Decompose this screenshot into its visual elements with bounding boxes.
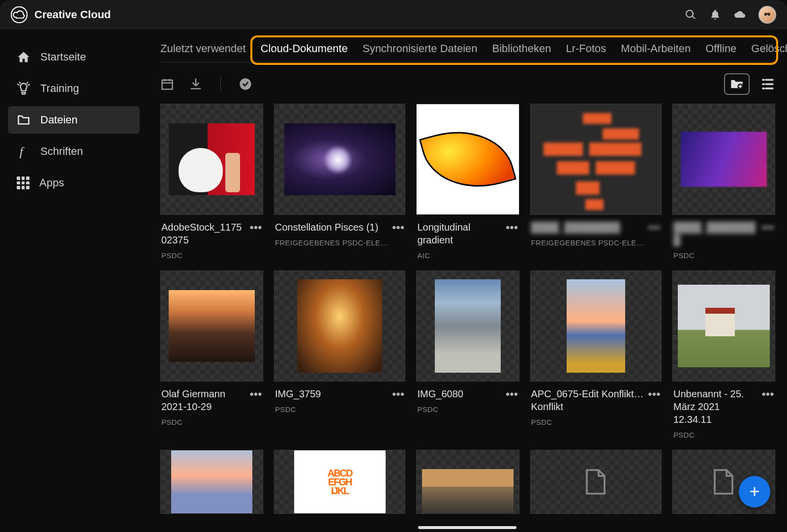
calendar-icon[interactable] [160,77,174,91]
file-title: Unbenannt - 25. März 2021 12.34.11 [673,387,757,426]
files-grid: AdobeStock_117502375 PSDC ••• Constellat… [160,104,775,514]
sidebar-item-schriften[interactable]: f Schriften [8,138,140,165]
tab-lr-fotos[interactable]: Lr-Fotos [566,38,606,62]
file-thumbnail[interactable] [416,104,519,215]
avatar[interactable] [758,6,776,24]
file-type: FREIGEGEBENES PSDC-ELE… [275,238,388,247]
sidebar-item-apps[interactable]: Apps [8,169,140,197]
search-icon[interactable] [685,9,696,21]
more-button[interactable]: ••• [506,387,518,414]
file-thumbnail[interactable] [416,270,519,382]
more-button[interactable]: ••• [506,221,518,260]
file-card[interactable]: APC_0675-Edit Konflikt…Konflikt PSDC ••• [530,270,662,439]
file-thumbnail[interactable] [274,104,405,215]
file-type: PSDC [161,418,245,426]
apps-grid-icon [17,177,30,189]
file-thumbnail[interactable] [160,450,263,514]
file-type: PSDC [161,251,245,260]
file-title: APC_0675-Edit Konflikt…Konflikt [531,387,644,413]
file-card[interactable] [416,450,519,514]
file-type: AIC [417,251,501,260]
tab-offline[interactable]: Offline [705,38,736,62]
svg-text:f: f [20,145,25,158]
file-title: ████_████████ [531,221,644,234]
toolbar [160,62,775,104]
file-title: IMG_3759 [275,387,388,400]
file-type: FREIGEGEBENES PSDC-ELE… [531,238,644,247]
file-thumbnail[interactable] [672,104,775,215]
file-card[interactable] [530,450,662,514]
file-thumbnail[interactable] [530,104,662,215]
sidebar-item-training[interactable]: Training [8,75,140,102]
file-card[interactable]: AdobeStock_117502375 PSDC ••• [160,104,263,260]
file-card[interactable]: Longitudinal gradient AIC ••• [416,104,519,260]
file-card[interactable]: Constellation Pisces (1) FREIGEGEBENES P… [274,104,405,260]
cloud-icon[interactable] [734,9,746,21]
tab-mobil-arbeiten[interactable]: Mobil-Arbeiten [621,38,691,62]
app-header: Creative Cloud [0,0,787,30]
more-button[interactable]: ••• [392,387,404,414]
file-card[interactable]: ABCDEFGHIJKL [274,450,405,514]
sidebar-item-label: Schriften [40,145,83,158]
tabs-row: Zuletzt verwendet Cloud-Dokumente Synchr… [160,38,775,62]
more-button[interactable]: ••• [392,221,404,247]
file-card[interactable]: IMG_6080 PSDC ••• [416,270,519,439]
tab-synchronisierte-dateien[interactable]: Synchronisierte Dateien [363,38,478,62]
file-thumbnail[interactable] [530,450,662,514]
font-icon: f [17,145,30,158]
sidebar-item-startseite[interactable]: Startseite [8,43,140,71]
more-button[interactable]: ••• [648,221,661,247]
folder-icon [17,113,30,127]
sidebar-item-label: Training [40,82,79,95]
file-title: IMG_6080 [417,387,501,400]
tab-geloescht[interactable]: Gelöscht [751,38,787,62]
sidebar-item-label: Dateien [40,114,78,126]
file-card[interactable]: ████_████████ FREIGEGEBENES PSDC-ELE… ••… [530,104,662,260]
file-title: Constellation Pisces (1) [275,221,388,234]
file-card[interactable]: Olaf Giermann 2021-10-29 PSDC ••• [160,270,263,439]
main-content: Zuletzt verwendet Cloud-Dokumente Synchr… [148,30,787,532]
home-indicator[interactable] [418,526,516,529]
file-type: PSDC [417,405,501,414]
lightbulb-icon [17,82,30,95]
file-thumbnail[interactable] [416,450,519,514]
home-icon [17,50,30,64]
file-title: AdobeStock_117502375 [161,221,245,246]
file-thumbnail[interactable] [530,270,662,382]
sidebar-item-dateien[interactable]: Dateien [8,106,140,134]
download-icon[interactable] [189,77,203,91]
more-button[interactable]: ••• [761,221,774,260]
svg-rect-2 [162,80,173,89]
add-folder-button[interactable] [724,73,750,95]
plus-icon: + [749,481,759,502]
more-button[interactable]: ••• [648,387,661,426]
tab-bibliotheken[interactable]: Bibliotheken [492,38,551,62]
more-button[interactable]: ••• [761,387,774,439]
tab-cloud-dokumente[interactable]: Cloud-Dokumente [261,38,348,62]
add-fab-button[interactable]: + [739,476,770,507]
file-title: Longitudinal gradient [417,221,501,246]
file-title: ████_████████ [673,221,757,246]
creative-cloud-logo-icon [11,6,28,23]
bell-icon[interactable] [709,9,721,21]
file-thumbnail[interactable] [672,270,775,382]
more-button[interactable]: ••• [249,387,262,426]
list-view-icon[interactable] [760,77,775,91]
tab-zuletzt-verwendet[interactable]: Zuletzt verwendet [160,38,246,62]
document-icon [711,467,736,497]
file-card[interactable]: IMG_3759 PSDC ••• [274,270,405,439]
file-card[interactable]: Unbenannt - 25. März 2021 12.34.11 PSDC … [672,270,775,439]
check-circle-icon[interactable] [239,77,252,91]
file-type: PSDC [531,418,644,426]
more-button[interactable]: ••• [249,221,262,260]
file-thumbnail[interactable] [274,270,405,382]
file-thumbnail[interactable] [160,270,263,382]
toolbar-divider [220,76,221,92]
file-thumbnail[interactable] [160,104,263,215]
file-thumbnail[interactable]: ABCDEFGHIJKL [274,450,405,514]
file-title: Olaf Giermann 2021-10-29 [161,387,245,413]
document-icon [583,467,608,497]
file-card[interactable] [160,450,263,514]
file-card[interactable]: ████_████████ PSDC ••• [672,104,775,260]
file-type: PSDC [275,405,388,414]
